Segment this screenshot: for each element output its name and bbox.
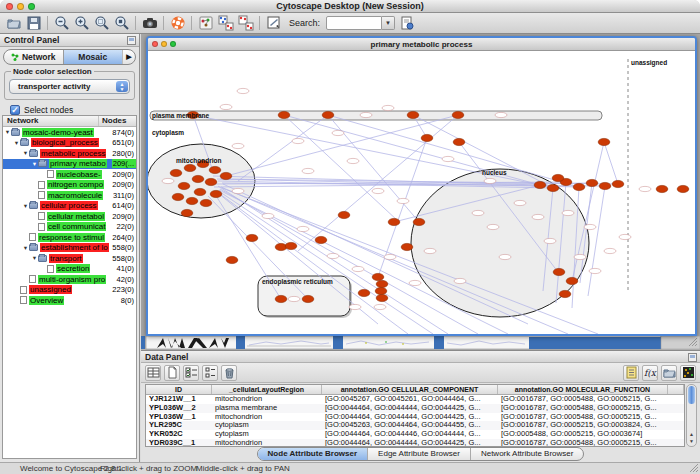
tree-item-secretion[interactable]: secretion41(0) (3, 264, 136, 275)
tree-item-cellular-process[interactable]: ▼cellular process614(0) (3, 201, 136, 212)
network-node[interactable] (226, 256, 238, 263)
network-node[interactable] (338, 211, 350, 218)
column-header[interactable]: annotation.GO MOLECULAR_FUNCTION (498, 385, 668, 394)
network-node[interactable] (401, 243, 413, 250)
annotation-icon[interactable] (265, 15, 282, 32)
scrollbar-buttons[interactable]: ▲▼ (687, 430, 696, 446)
network-node[interactable] (376, 280, 388, 287)
tree-item-cell-communicat[interactable]: cell communicat22(0) (3, 222, 136, 233)
network-node[interactable] (586, 179, 598, 186)
import-attributes-icon[interactable] (237, 15, 254, 32)
zoom-fit-icon[interactable] (113, 15, 130, 32)
network-node[interactable] (407, 111, 419, 118)
table-scrollbar[interactable]: ▲▼ (686, 384, 697, 447)
import-network-icon[interactable] (217, 15, 234, 32)
column-header[interactable]: ID (146, 385, 212, 394)
snapshot-icon[interactable] (141, 15, 158, 32)
network-window-titlebar[interactable]: primary metabolic process (148, 38, 695, 51)
network-node[interactable] (210, 190, 222, 197)
network-node[interactable] (200, 199, 212, 206)
save-icon[interactable] (25, 15, 42, 32)
tree-item-cellular-metabol[interactable]: cellular metabol209(0) (3, 211, 136, 222)
network-node[interactable] (178, 182, 190, 189)
zoom-selected-icon[interactable] (93, 15, 110, 32)
net-close-button[interactable] (152, 41, 158, 47)
network-node[interactable] (599, 182, 611, 189)
column-header[interactable]: _cellularLayoutRegion (212, 385, 322, 394)
network-node[interactable] (552, 174, 564, 181)
table-row[interactable]: YPL036W__2plasma membrane[GO:0044464, GO… (146, 404, 684, 413)
tree-item-transport[interactable]: ▼transport558(0) (3, 253, 136, 264)
network-node[interactable] (275, 295, 287, 302)
zoom-button[interactable] (28, 3, 35, 10)
table-row[interactable]: YPL036W__1mitochondrion[GO:0044464, GO:0… (146, 413, 684, 422)
network-node[interactable] (656, 185, 668, 192)
expander-icon[interactable]: ▼ (4, 129, 11, 135)
network-node[interactable] (181, 209, 193, 216)
tab-edge-attribute-browser[interactable]: Edge Attribute Browser (368, 448, 471, 460)
network-node[interactable] (566, 277, 578, 284)
network-node[interactable] (413, 218, 425, 225)
net-zoom-button[interactable] (170, 41, 176, 47)
search-config-icon[interactable] (398, 15, 415, 32)
network-node[interactable] (358, 289, 370, 296)
table-row[interactable]: YDR039C__1mitochondrion[GO:0044464, GO:0… (146, 439, 684, 447)
network-node[interactable] (553, 268, 565, 275)
delete-attribute-icon[interactable] (221, 365, 237, 381)
network-node[interactable] (246, 234, 258, 241)
network-node[interactable] (677, 185, 689, 192)
tree-item-nucleobase-[interactable]: nucleobase-209(0) (3, 169, 136, 180)
network-node[interactable] (612, 180, 624, 187)
tab-network-attribute-browser[interactable]: Network Attribute Browser (471, 448, 583, 460)
tree-item-multi-organism-pro[interactable]: multi-organism pro42(0) (3, 274, 136, 285)
open-icon[interactable] (5, 15, 22, 32)
network-node[interactable] (547, 184, 559, 191)
table-row[interactable]: YLR295Ccytoplasm[GO:0045263, GO:0044464,… (146, 421, 684, 430)
tree-item-primary-metabo[interactable]: ▼primary metabo209(... (3, 159, 136, 170)
net-minimize-button[interactable] (161, 41, 167, 47)
tree-item-overview[interactable]: Overview8(0) (3, 295, 136, 306)
network-node[interactable] (186, 197, 198, 204)
network-canvas[interactable]: plasma membranecytoplasmmitochondrionnuc… (148, 51, 695, 334)
node-color-dropdown[interactable]: transporter activity ▲▼ (9, 79, 130, 94)
network-node[interactable] (573, 183, 585, 190)
network-node[interactable] (315, 236, 327, 243)
float-panel-icon[interactable] (688, 353, 697, 362)
table-row[interactable]: YJR121W__1mitochondrion[GO:0045267, GO:0… (146, 395, 684, 404)
attribute-list-icon[interactable] (623, 365, 639, 381)
tree-item-establishment-of-lo[interactable]: ▼establishment of lo558(0) (3, 243, 136, 254)
attribute-table-icon[interactable] (145, 365, 161, 381)
tree-item-macromolecule[interactable]: macromolecule311(0) (3, 190, 136, 201)
table-row[interactable]: YKR052Ccytoplasm[GO:0044464, GO:0044446,… (146, 430, 684, 439)
expander-icon[interactable]: ▼ (22, 245, 29, 251)
network-node[interactable] (172, 193, 184, 200)
network-node[interactable] (278, 111, 290, 118)
tab-overflow-arrow[interactable]: ▶ (122, 50, 135, 64)
tab-node-attribute-browser[interactable]: Node Attribute Browser (258, 448, 369, 460)
tree-item-metabolic-process[interactable]: ▼metabolic process280(0) (3, 148, 136, 159)
network-node[interactable] (559, 290, 571, 297)
search-dropdown-arrow[interactable]: ▼ (382, 16, 395, 30)
select-nodes-checkbox[interactable]: ✓ (10, 105, 20, 115)
network-node[interactable] (534, 181, 546, 188)
resize-grip-icon[interactable] (689, 463, 699, 473)
network-node[interactable] (322, 111, 334, 118)
network-node[interactable] (220, 172, 232, 179)
unselect-attributes-icon[interactable] (202, 365, 218, 381)
tree-item-biological-process[interactable]: ▼biological_process651(0) (3, 138, 136, 149)
expander-icon[interactable]: ▼ (22, 150, 29, 156)
network-node[interactable] (421, 134, 433, 141)
tree-col-nodes[interactable]: Nodes (99, 116, 136, 126)
select-attributes-icon[interactable] (183, 365, 199, 381)
tab-mosaic[interactable]: Mosaic (63, 50, 123, 64)
attribute-table[interactable]: ID_cellularLayoutRegionannotation.GO CEL… (145, 384, 685, 447)
network-node[interactable] (388, 218, 400, 225)
float-panel-icon[interactable] (127, 36, 136, 45)
network-node[interactable] (376, 294, 388, 301)
expander-icon[interactable]: ▼ (31, 161, 38, 167)
network-node[interactable] (285, 242, 297, 249)
scrollbar-thumb[interactable] (688, 386, 695, 404)
network-node[interactable] (453, 138, 465, 145)
network-node[interactable] (209, 166, 221, 173)
network-node[interactable] (192, 175, 204, 182)
